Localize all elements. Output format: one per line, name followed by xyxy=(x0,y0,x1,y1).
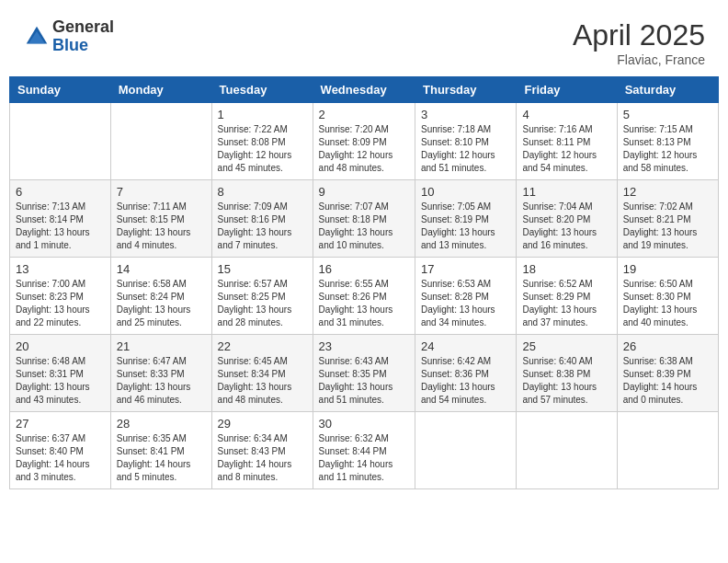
day-number: 23 xyxy=(319,339,409,353)
weekday-header: Sunday xyxy=(10,77,111,103)
logo-general-text: General xyxy=(52,18,114,37)
calendar-week-row: 1Sunrise: 7:22 AM Sunset: 8:08 PM Daylig… xyxy=(10,103,719,180)
day-number: 11 xyxy=(522,185,610,199)
day-info: Sunrise: 6:34 AM Sunset: 8:43 PM Dayligh… xyxy=(218,432,307,484)
logo-icon xyxy=(23,23,51,51)
day-info: Sunrise: 6:57 AM Sunset: 8:25 PM Dayligh… xyxy=(218,278,307,329)
calendar-cell: 25Sunrise: 6:40 AM Sunset: 8:38 PM Dayli… xyxy=(517,335,617,412)
day-number: 18 xyxy=(522,262,610,276)
weekday-header-row: SundayMondayTuesdayWednesdayThursdayFrid… xyxy=(10,77,719,103)
calendar-cell xyxy=(415,412,517,489)
day-info: Sunrise: 7:09 AM Sunset: 8:16 PM Dayligh… xyxy=(218,201,307,252)
calendar-cell: 6Sunrise: 7:13 AM Sunset: 8:14 PM Daylig… xyxy=(10,180,111,258)
calendar-table: SundayMondayTuesdayWednesdayThursdayFrid… xyxy=(9,76,719,489)
day-number: 9 xyxy=(319,185,409,199)
calendar-cell: 18Sunrise: 6:52 AM Sunset: 8:29 PM Dayli… xyxy=(517,258,617,335)
day-info: Sunrise: 6:40 AM Sunset: 8:38 PM Dayligh… xyxy=(522,355,610,407)
day-info: Sunrise: 6:37 AM Sunset: 8:40 PM Dayligh… xyxy=(16,432,105,484)
calendar-cell: 13Sunrise: 7:00 AM Sunset: 8:23 PM Dayli… xyxy=(10,258,111,335)
day-info: Sunrise: 7:07 AM Sunset: 8:18 PM Dayligh… xyxy=(319,201,409,252)
logo: General Blue xyxy=(23,18,114,55)
weekday-header: Friday xyxy=(517,77,617,103)
day-info: Sunrise: 7:05 AM Sunset: 8:19 PM Dayligh… xyxy=(421,201,510,252)
day-info: Sunrise: 7:02 AM Sunset: 8:21 PM Dayligh… xyxy=(623,201,712,252)
day-number: 6 xyxy=(16,185,105,199)
day-info: Sunrise: 6:58 AM Sunset: 8:24 PM Dayligh… xyxy=(117,278,206,329)
month-title: April 2025 xyxy=(573,18,705,52)
calendar-cell: 28Sunrise: 6:35 AM Sunset: 8:41 PM Dayli… xyxy=(110,412,211,489)
day-number: 21 xyxy=(117,339,206,353)
day-info: Sunrise: 7:18 AM Sunset: 8:10 PM Dayligh… xyxy=(421,123,510,175)
day-number: 2 xyxy=(319,108,409,121)
day-number: 17 xyxy=(421,262,510,276)
title-block: April 2025 Flaviac, France xyxy=(573,18,705,67)
day-info: Sunrise: 6:43 AM Sunset: 8:35 PM Dayligh… xyxy=(319,355,409,407)
day-number: 14 xyxy=(117,262,206,276)
weekday-header: Monday xyxy=(110,77,211,103)
day-info: Sunrise: 6:47 AM Sunset: 8:33 PM Dayligh… xyxy=(117,355,206,407)
calendar-cell: 9Sunrise: 7:07 AM Sunset: 8:18 PM Daylig… xyxy=(313,180,415,258)
day-number: 19 xyxy=(623,262,712,276)
day-number: 28 xyxy=(117,417,206,431)
day-info: Sunrise: 6:42 AM Sunset: 8:36 PM Dayligh… xyxy=(421,355,510,407)
calendar-week-row: 6Sunrise: 7:13 AM Sunset: 8:14 PM Daylig… xyxy=(10,180,719,258)
calendar-week-row: 27Sunrise: 6:37 AM Sunset: 8:40 PM Dayli… xyxy=(10,412,719,489)
day-number: 29 xyxy=(218,417,307,431)
calendar-cell: 27Sunrise: 6:37 AM Sunset: 8:40 PM Dayli… xyxy=(10,412,111,489)
day-number: 1 xyxy=(218,108,307,121)
day-number: 10 xyxy=(421,185,510,199)
calendar-cell: 16Sunrise: 6:55 AM Sunset: 8:26 PM Dayli… xyxy=(313,258,415,335)
calendar-cell: 10Sunrise: 7:05 AM Sunset: 8:19 PM Dayli… xyxy=(415,180,517,258)
day-number: 15 xyxy=(218,262,307,276)
calendar-cell: 19Sunrise: 6:50 AM Sunset: 8:30 PM Dayli… xyxy=(617,258,718,335)
day-info: Sunrise: 6:38 AM Sunset: 8:39 PM Dayligh… xyxy=(623,355,712,407)
calendar-cell: 5Sunrise: 7:15 AM Sunset: 8:13 PM Daylig… xyxy=(617,103,718,180)
calendar-cell: 30Sunrise: 6:32 AM Sunset: 8:44 PM Dayli… xyxy=(313,412,415,489)
calendar-cell: 23Sunrise: 6:43 AM Sunset: 8:35 PM Dayli… xyxy=(313,335,415,412)
calendar-cell: 21Sunrise: 6:47 AM Sunset: 8:33 PM Dayli… xyxy=(110,335,211,412)
weekday-header: Thursday xyxy=(415,77,517,103)
calendar-cell: 15Sunrise: 6:57 AM Sunset: 8:25 PM Dayli… xyxy=(211,258,313,335)
calendar-cell: 3Sunrise: 7:18 AM Sunset: 8:10 PM Daylig… xyxy=(415,103,517,180)
calendar-cell: 20Sunrise: 6:48 AM Sunset: 8:31 PM Dayli… xyxy=(10,335,111,412)
calendar-cell: 22Sunrise: 6:45 AM Sunset: 8:34 PM Dayli… xyxy=(211,335,313,412)
calendar-cell: 11Sunrise: 7:04 AM Sunset: 8:20 PM Dayli… xyxy=(517,180,617,258)
day-number: 12 xyxy=(623,185,712,199)
calendar-cell: 7Sunrise: 7:11 AM Sunset: 8:15 PM Daylig… xyxy=(110,180,211,258)
day-number: 16 xyxy=(319,262,409,276)
day-info: Sunrise: 6:55 AM Sunset: 8:26 PM Dayligh… xyxy=(319,278,409,329)
location-text: Flaviac, France xyxy=(573,52,705,67)
calendar-cell: 2Sunrise: 7:20 AM Sunset: 8:09 PM Daylig… xyxy=(313,103,415,180)
calendar-cell: 24Sunrise: 6:42 AM Sunset: 8:36 PM Dayli… xyxy=(415,335,517,412)
calendar-cell xyxy=(617,412,718,489)
day-number: 20 xyxy=(16,339,105,353)
day-number: 4 xyxy=(522,108,610,121)
weekday-header: Tuesday xyxy=(211,77,313,103)
calendar-week-row: 13Sunrise: 7:00 AM Sunset: 8:23 PM Dayli… xyxy=(10,258,719,335)
day-number: 24 xyxy=(421,339,510,353)
day-info: Sunrise: 7:15 AM Sunset: 8:13 PM Dayligh… xyxy=(623,123,712,175)
weekday-header: Wednesday xyxy=(313,77,415,103)
calendar-cell: 12Sunrise: 7:02 AM Sunset: 8:21 PM Dayli… xyxy=(617,180,718,258)
day-info: Sunrise: 7:22 AM Sunset: 8:08 PM Dayligh… xyxy=(218,123,307,175)
day-number: 5 xyxy=(623,108,712,121)
day-number: 8 xyxy=(218,185,307,199)
calendar-cell: 8Sunrise: 7:09 AM Sunset: 8:16 PM Daylig… xyxy=(211,180,313,258)
calendar-cell xyxy=(110,103,211,180)
day-info: Sunrise: 6:32 AM Sunset: 8:44 PM Dayligh… xyxy=(319,432,409,484)
day-info: Sunrise: 7:04 AM Sunset: 8:20 PM Dayligh… xyxy=(522,201,610,252)
day-info: Sunrise: 7:20 AM Sunset: 8:09 PM Dayligh… xyxy=(319,123,409,175)
calendar-cell: 29Sunrise: 6:34 AM Sunset: 8:43 PM Dayli… xyxy=(211,412,313,489)
calendar-cell: 1Sunrise: 7:22 AM Sunset: 8:08 PM Daylig… xyxy=(211,103,313,180)
day-info: Sunrise: 6:50 AM Sunset: 8:30 PM Dayligh… xyxy=(623,278,712,329)
calendar-cell: 4Sunrise: 7:16 AM Sunset: 8:11 PM Daylig… xyxy=(517,103,617,180)
day-number: 30 xyxy=(319,417,409,431)
day-number: 27 xyxy=(16,417,105,431)
calendar-cell xyxy=(10,103,111,180)
calendar-cell: 17Sunrise: 6:53 AM Sunset: 8:28 PM Dayli… xyxy=(415,258,517,335)
calendar-week-row: 20Sunrise: 6:48 AM Sunset: 8:31 PM Dayli… xyxy=(10,335,719,412)
day-number: 22 xyxy=(218,339,307,353)
day-info: Sunrise: 7:00 AM Sunset: 8:23 PM Dayligh… xyxy=(16,278,105,329)
day-number: 25 xyxy=(522,339,610,353)
day-info: Sunrise: 7:16 AM Sunset: 8:11 PM Dayligh… xyxy=(522,123,610,175)
